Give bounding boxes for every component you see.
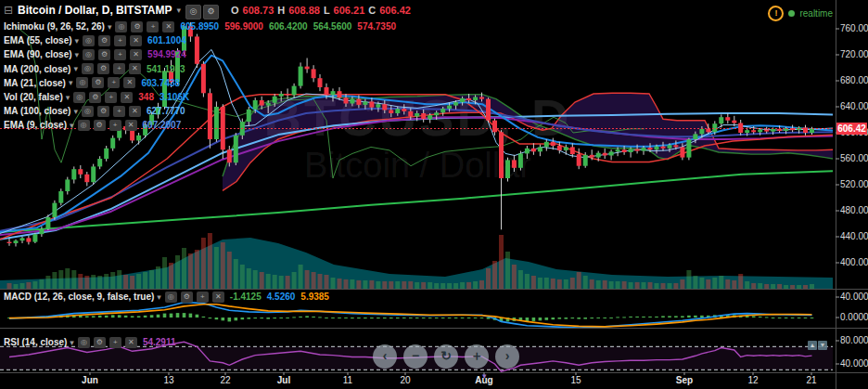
add-icon[interactable]: +	[109, 120, 121, 131]
gear-icon[interactable]: ⚙	[97, 63, 109, 74]
eye-icon[interactable]: ◎	[76, 77, 88, 88]
add-icon[interactable]: +	[147, 21, 159, 32]
candle-body	[751, 130, 756, 132]
eye-icon[interactable]: ◎	[78, 337, 90, 348]
eye-icon[interactable]: ◎	[78, 120, 90, 131]
pane-expand-icon[interactable]: ▲	[808, 341, 817, 350]
close-icon[interactable]: ✕	[212, 292, 224, 303]
volume-bar	[234, 259, 238, 289]
volume-bar	[668, 283, 672, 289]
pane-collapse-icon[interactable]: ▼	[818, 341, 827, 350]
gear-icon[interactable]: ⚙	[203, 5, 219, 19]
gear-icon[interactable]: ⚙	[94, 120, 106, 131]
gear-icon[interactable]: ⚙	[97, 106, 109, 117]
close-icon[interactable]: ✕	[162, 21, 174, 32]
chevron-down-icon[interactable]: ▾	[73, 64, 78, 73]
scroll-right-button[interactable]: ›	[495, 344, 519, 369]
eye-icon[interactable]: ◎	[165, 292, 177, 303]
candle-body	[680, 147, 684, 157]
add-icon[interactable]: +	[114, 35, 126, 46]
close-icon[interactable]: ✕	[121, 92, 133, 103]
macd-histogram-bar	[811, 318, 814, 318]
gear-icon[interactable]: ⚙	[92, 77, 104, 88]
indicator-label[interactable]: MA (100, close)	[4, 106, 70, 116]
candle-body	[299, 67, 303, 86]
indicator-label[interactable]: MACD (12, 26, close, 9, false, true)	[4, 292, 154, 302]
candle-body	[260, 100, 264, 106]
axis-label: 0.0000	[840, 312, 868, 322]
volume-bar	[286, 276, 290, 289]
reset-view-button[interactable]: ↻	[434, 344, 458, 369]
eye-icon[interactable]: ◎	[82, 106, 94, 117]
add-icon[interactable]: +	[108, 77, 120, 88]
scroll-left-button[interactable]: ‹	[373, 344, 397, 369]
zoom-in-button[interactable]: ＋	[465, 344, 489, 369]
close-icon[interactable]: ✕	[129, 106, 141, 117]
symbol-title[interactable]: Bitcoin / Dollar, D, BITSTAMP	[18, 4, 172, 17]
add-icon[interactable]: +	[114, 49, 126, 60]
volume-bar	[699, 278, 704, 289]
candle-body	[428, 115, 432, 119]
add-icon[interactable]: +	[113, 63, 125, 74]
macd-histogram-bar	[312, 317, 315, 318]
eye-icon[interactable]: ◎	[82, 63, 94, 74]
add-icon[interactable]: +	[105, 92, 117, 103]
gear-icon[interactable]: ⚙	[98, 49, 110, 60]
close-icon[interactable]: ✕	[125, 337, 137, 348]
chevron-down-icon[interactable]: ▾	[108, 22, 112, 32]
indicator-label[interactable]: Ichimoku (9, 26, 52, 26)	[4, 21, 105, 32]
close-icon[interactable]: ✕	[130, 35, 142, 46]
chevron-down-icon[interactable]: ▾	[66, 93, 70, 102]
indicator-label[interactable]: EMA (90, close)	[4, 49, 72, 59]
eye-icon[interactable]: ◎	[185, 5, 201, 19]
chevron-down-icon[interactable]: ▾	[69, 78, 73, 87]
gear-icon[interactable]: ⚙	[94, 337, 106, 348]
chevron-down-icon[interactable]: ▾	[70, 121, 74, 130]
candle-body	[331, 91, 336, 95]
close-icon[interactable]: ✕	[130, 49, 142, 60]
chevron-down-icon[interactable]: ▾	[75, 50, 80, 59]
indicator-label[interactable]: EMA (55, close)	[4, 35, 72, 45]
candle-body	[91, 166, 96, 182]
gear-icon[interactable]: ⚙	[98, 35, 110, 46]
collapse-icon[interactable]: ⊟	[4, 4, 13, 17]
volume-bar	[616, 281, 620, 289]
volume-bar	[363, 280, 367, 289]
volume-bar	[518, 270, 523, 289]
chevron-down-icon[interactable]: ▾	[157, 292, 161, 302]
alert-icon[interactable]: !	[768, 6, 784, 21]
indicator-label[interactable]: EMA (9, close)	[4, 120, 67, 130]
chevron-down-icon[interactable]: ▾	[177, 6, 182, 15]
gear-icon[interactable]: ⚙	[89, 92, 101, 103]
close-icon[interactable]: ✕	[123, 77, 135, 88]
candle-body	[104, 149, 108, 159]
chevron-down-icon[interactable]: ▾	[70, 338, 74, 347]
eye-icon[interactable]: ◎	[83, 35, 95, 46]
macd-histogram-bar	[700, 316, 704, 318]
gear-icon[interactable]: ⚙	[131, 21, 143, 32]
zoom-out-button[interactable]: −	[403, 344, 428, 369]
eye-icon[interactable]: ◎	[73, 92, 85, 103]
macd-histogram-bar	[448, 318, 452, 318]
indicator-label[interactable]: RSI (14, close)	[4, 337, 67, 347]
candle-body	[253, 100, 258, 110]
indicator-label[interactable]: MA (200, close)	[4, 64, 70, 74]
close-icon[interactable]: ✕	[129, 63, 141, 74]
volume-bar	[14, 284, 19, 289]
indicator-label[interactable]: Vol (20, false)	[4, 92, 63, 102]
eye-icon[interactable]: ◎	[115, 21, 127, 32]
eye-icon[interactable]: ◎	[83, 49, 95, 60]
indicator-value: 627.7770	[147, 106, 185, 116]
add-icon[interactable]: +	[109, 337, 121, 348]
indicator-label[interactable]: MA (21, close)	[4, 78, 66, 88]
volume-bar	[32, 281, 37, 289]
volume-bar	[214, 247, 219, 289]
volume-bar	[635, 282, 640, 289]
chevron-down-icon[interactable]: ▾	[75, 36, 80, 45]
add-icon[interactable]: +	[113, 106, 125, 117]
close-icon[interactable]: ✕	[125, 120, 137, 131]
axis-label: 400.00	[840, 257, 868, 267]
gear-icon[interactable]: ⚙	[181, 292, 193, 303]
chevron-down-icon[interactable]: ▾	[73, 107, 78, 116]
add-icon[interactable]: +	[197, 292, 209, 303]
